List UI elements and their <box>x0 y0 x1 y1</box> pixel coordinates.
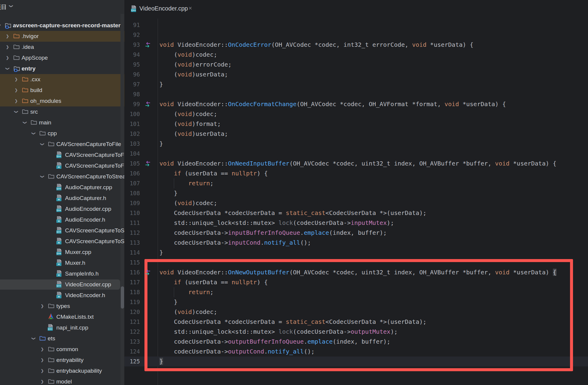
tree-item-main[interactable]: ❯main <box>0 117 124 128</box>
code-line-121[interactable]: 121 CodecUserData *codecUserData = stati… <box>124 317 588 327</box>
tree-item-muxer-h[interactable]: HMuxer.h <box>0 258 124 268</box>
tree-item-muxer-cpp[interactable]: C++Muxer.cpp <box>0 247 124 258</box>
tree-item-cavscreencapturetost[interactable]: HCAVScreenCaptureToSt <box>0 236 124 247</box>
code-line-108[interactable]: 108 } <box>124 188 588 198</box>
line-number[interactable]: 96 <box>124 70 140 79</box>
tree-item-audiocapturer-cpp[interactable]: C++AudioCapturer.cpp <box>0 182 124 193</box>
code-line-116[interactable]: 116void VideoEncoder::OnNewOutputBuffer(… <box>124 267 588 277</box>
code-line-119[interactable]: 119 } <box>124 297 588 307</box>
line-number[interactable]: 107 <box>124 178 140 188</box>
code-line-105[interactable]: 105void VideoEncoder::OnNeedInputBuffer(… <box>124 159 588 169</box>
line-number[interactable]: 110 <box>124 208 140 218</box>
chevron-right-icon[interactable]: ❯ <box>5 31 10 42</box>
chevron-right-icon[interactable]: ❯ <box>5 42 10 52</box>
line-number[interactable]: 109 <box>124 198 140 208</box>
tree-item-ets[interactable]: ❯ets <box>0 333 124 344</box>
change-navigation-arrows-icon[interactable] <box>144 42 151 48</box>
tree-item-cavscreencapturetost[interactable]: C++CAVScreenCaptureToSt <box>0 225 124 236</box>
code-line-98[interactable]: 98 <box>124 89 588 99</box>
code-line-123[interactable]: 123 codecUserData->outputBufferInfoQueue… <box>124 337 588 347</box>
line-number[interactable]: 91 <box>124 20 140 30</box>
code-line-113[interactable]: 113 codecUserData->inputCond.notify_all(… <box>124 238 588 248</box>
chevron-down-icon[interactable]: ❯ <box>37 174 48 179</box>
line-number[interactable]: 125 <box>124 357 140 366</box>
code-line-99[interactable]: 99void VideoEncoder::OnCodecFormatChange… <box>124 99 588 109</box>
line-number[interactable]: 118 <box>124 287 140 297</box>
tree-item-napi-init-cpp[interactable]: C++napi_init.cpp <box>0 322 124 333</box>
tree-item-audioencoder-cpp[interactable]: C++AudioEncoder.cpp <box>0 204 124 214</box>
code-line-97[interactable]: 97} <box>124 79 588 89</box>
tree-item-videoencoder-h[interactable]: HVideoEncoder.h <box>0 290 124 301</box>
change-navigation-arrows-icon[interactable] <box>144 160 151 167</box>
line-number[interactable]: 124 <box>124 347 140 357</box>
chevron-right-icon[interactable]: ❯ <box>13 74 19 85</box>
line-number[interactable]: 120 <box>124 307 140 317</box>
tree-item-cavscreencapturetofile[interactable]: ❯CAVScreenCaptureToFile <box>0 139 124 150</box>
code-line-96[interactable]: 96 (void)userData; <box>124 70 588 79</box>
chevron-down-icon[interactable]: ❯ <box>11 109 22 115</box>
tree-item-cmakelists-txt[interactable]: CMakeLists.txt <box>0 312 124 322</box>
line-number[interactable]: 117 <box>124 277 140 287</box>
tree-item-cpp[interactable]: ❯cpp <box>0 128 124 139</box>
code-line-109[interactable]: 109 (void)codec; <box>124 198 588 208</box>
line-number[interactable]: 119 <box>124 297 140 307</box>
chevron-down-icon[interactable]: ❯ <box>0 23 4 28</box>
line-number[interactable]: 98 <box>124 89 140 99</box>
code-line-107[interactable]: 107 return; <box>124 178 588 188</box>
code-line-115[interactable]: 115 <box>124 258 588 267</box>
code-line-112[interactable]: 112 codecUserData->inputBufferInfoQueue.… <box>124 228 588 238</box>
line-number[interactable]: 101 <box>124 119 140 129</box>
line-number[interactable]: 106 <box>124 169 140 178</box>
tree-item-oh-modules[interactable]: ❯oh_modules <box>0 96 124 106</box>
chevron-down-icon[interactable]: ❯ <box>28 131 39 136</box>
code-line-117[interactable]: 117 if (userData == nullptr) { <box>124 277 588 287</box>
code-line-91[interactable]: 91 <box>124 20 588 30</box>
chevron-right-icon[interactable]: ❯ <box>13 96 19 106</box>
line-number[interactable]: 108 <box>124 188 140 198</box>
code-line-111[interactable]: 111 std::unique_lock<std::mutex> lock(co… <box>124 218 588 228</box>
tree-item-sampleinfo-h[interactable]: HSampleInfo.h <box>0 268 124 279</box>
tree-item-types[interactable]: ❯types <box>0 301 124 312</box>
line-number[interactable]: 105 <box>124 159 140 169</box>
code-line-122[interactable]: 122 std::unique_lock<std::mutex> lock(co… <box>124 327 588 337</box>
change-navigation-arrows-icon[interactable] <box>144 269 151 276</box>
tree-item-cavscreencapturetofi[interactable]: HCAVScreenCaptureToFi <box>0 160 124 171</box>
line-number[interactable]: 113 <box>124 238 140 248</box>
tree-item-src[interactable]: ❯src <box>0 106 124 117</box>
tree-item-entryability[interactable]: ❯entryability <box>0 355 124 366</box>
line-number[interactable]: 104 <box>124 149 140 159</box>
tree-item-videoencoder-cpp[interactable]: C++VideoEncoder.cpp <box>0 279 124 290</box>
tree-item-audiocapturer-h[interactable]: HAudioCapturer.h <box>0 193 124 204</box>
tree-item-cavscreencapturetofi[interactable]: C++CAVScreenCaptureToFi <box>0 150 124 160</box>
code-line-114[interactable]: 114} <box>124 248 588 258</box>
code-editor[interactable]: 919293void VideoEncoder::OnCodecError(OH… <box>124 19 588 385</box>
chevron-down-icon[interactable]: ❯ <box>37 142 48 147</box>
code-line-110[interactable]: 110 CodecUserData *codecUserData = stati… <box>124 208 588 218</box>
chevron-right-icon[interactable]: ❯ <box>13 85 19 96</box>
tree-item--idea[interactable]: ❯.idea <box>0 42 124 52</box>
code-line-95[interactable]: 95 (void)errorCode; <box>124 60 588 70</box>
line-number[interactable]: 103 <box>124 139 140 149</box>
code-line-93[interactable]: 93void VideoEncoder::OnCodecError(OH_AVC… <box>124 40 588 50</box>
chevron-right-icon[interactable]: ❯ <box>40 344 45 355</box>
panel-scrollbar-thumb[interactable] <box>121 286 124 309</box>
chevron-right-icon[interactable]: ❯ <box>5 52 10 63</box>
chevron-right-icon[interactable]: ❯ <box>40 355 45 366</box>
chevron-down-icon[interactable]: ❯ <box>19 120 30 125</box>
tree-item-appscope[interactable]: ❯AppScope <box>0 52 124 63</box>
line-number[interactable]: 114 <box>124 248 140 258</box>
tree-item-model[interactable]: ❯model <box>0 376 124 385</box>
line-number[interactable]: 95 <box>124 60 140 70</box>
code-line-124[interactable]: 124 codecUserData->outputCond.notify_all… <box>124 347 588 357</box>
tree-item-build[interactable]: ❯build <box>0 85 124 96</box>
line-number[interactable]: 102 <box>124 129 140 139</box>
panel-scrollbar-track[interactable] <box>120 14 124 385</box>
change-navigation-arrows-icon[interactable] <box>144 101 151 108</box>
code-line-94[interactable]: 94 (void)codec; <box>124 50 588 60</box>
chevron-down-icon[interactable]: ❯ <box>28 336 39 341</box>
close-icon[interactable]: × <box>189 5 192 12</box>
line-number[interactable]: 99 <box>124 99 140 109</box>
code-line-104[interactable]: 104 <box>124 149 588 159</box>
code-line-125[interactable]: 125} <box>124 357 588 366</box>
chevron-right-icon[interactable]: ❯ <box>40 376 45 385</box>
